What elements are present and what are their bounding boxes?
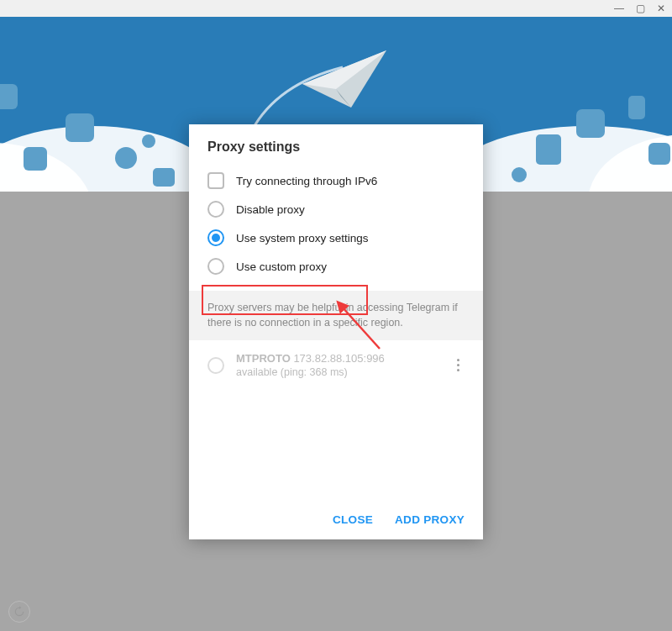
close-window-button[interactable]: ✕	[657, 3, 665, 13]
option-label: Use system proxy settings	[236, 232, 369, 245]
maximize-button[interactable]: ▢	[636, 3, 645, 13]
close-button[interactable]: CLOSE	[333, 513, 373, 526]
proxy-list-item[interactable]: MTPROTO 173.82.88.105:996 available (pin…	[189, 340, 483, 390]
svg-rect-4	[66, 113, 94, 142]
option-disable-proxy[interactable]: Disable proxy	[207, 195, 465, 223]
svg-rect-10	[536, 134, 561, 165]
option-label: Disable proxy	[236, 203, 305, 216]
add-proxy-button[interactable]: ADD PROXY	[395, 513, 465, 526]
checkbox-icon	[207, 172, 224, 189]
refresh-icon	[13, 606, 25, 618]
option-ipv6[interactable]: Try connecting through IPv6	[207, 166, 465, 195]
minimize-button[interactable]: —	[614, 3, 624, 13]
dialog-footer: CLOSE ADD PROXY	[189, 500, 483, 539]
proxy-protocol: MTPROTO	[236, 352, 291, 365]
svg-rect-12	[628, 96, 645, 119]
svg-rect-5	[24, 147, 47, 171]
proxy-settings-dialog: Proxy settings Try connecting through IP…	[189, 124, 483, 539]
proxy-status: available (ping: 368 ms)	[236, 366, 440, 378]
option-custom-proxy[interactable]: Use custom proxy	[207, 252, 465, 281]
dialog-title: Proxy settings	[189, 124, 483, 166]
option-system-proxy[interactable]: Use system proxy settings	[207, 223, 465, 252]
proxy-details: MTPROTO 173.82.88.105:996 available (pin…	[236, 352, 440, 378]
svg-rect-9	[0, 84, 18, 109]
radio-icon	[207, 258, 224, 275]
radio-icon	[207, 229, 224, 246]
option-label: Use custom proxy	[236, 260, 327, 273]
radio-icon	[207, 201, 224, 218]
proxy-address: 173.82.88.105:996	[293, 352, 384, 365]
svg-rect-11	[576, 109, 605, 138]
kebab-menu-icon[interactable]	[452, 354, 465, 376]
svg-rect-6	[153, 168, 175, 187]
svg-point-14	[512, 167, 527, 182]
svg-point-7	[115, 147, 137, 169]
option-label: Try connecting through IPv6	[236, 175, 377, 187]
radio-icon	[207, 357, 224, 374]
proxy-options-group: Try connecting through IPv6 Disable prox…	[189, 166, 483, 291]
svg-point-8	[142, 134, 155, 148]
refresh-button[interactable]	[8, 601, 30, 623]
window-titlebar: — ▢ ✕	[0, 0, 672, 17]
svg-rect-13	[648, 143, 670, 165]
info-text: Proxy servers may be helpful in accessin…	[189, 291, 483, 340]
